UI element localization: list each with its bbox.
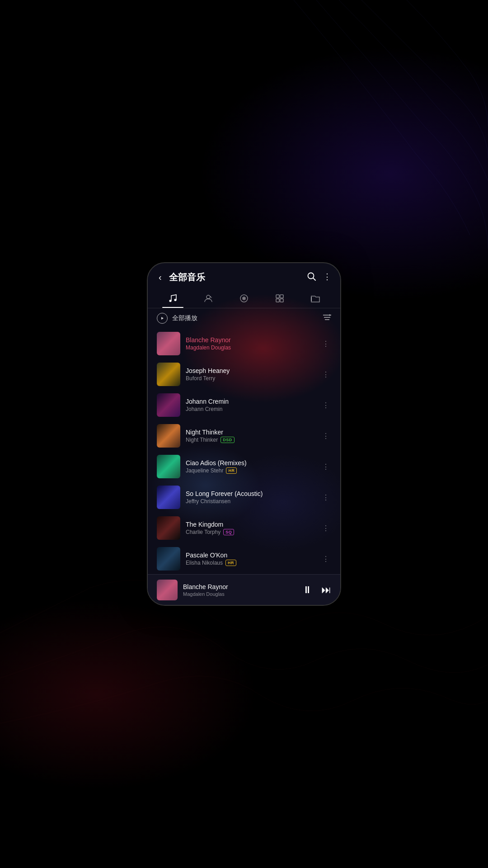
list-item[interactable]: So Long Forever (Acoustic) Jeffry Christ… (148, 482, 340, 513)
list-item[interactable]: Night Thinker Night Thinker DSD ⋮ (148, 420, 340, 451)
svg-line-1 (313, 278, 315, 280)
song-info: Night Thinker Night Thinker DSD (186, 429, 315, 443)
song-title: The Kingdom (186, 521, 315, 528)
song-thumb (157, 393, 180, 417)
now-playing-controls: ⏸ ⏭ (302, 584, 331, 596)
quality-badge: SQ (223, 529, 234, 535)
song-title: Joseph Heaney (186, 367, 315, 374)
tab-albums[interactable] (226, 290, 262, 308)
now-playing-title: Blanche Raynor (183, 583, 297, 590)
song-info: So Long Forever (Acoustic) Jeffry Christ… (186, 490, 315, 505)
song-more-button[interactable]: ⋮ (320, 428, 331, 444)
song-more-button[interactable]: ⋮ (320, 397, 331, 413)
more-menu-icon[interactable]: ⋮ (323, 272, 331, 283)
tab-artists[interactable] (191, 290, 226, 308)
svg-rect-11 (280, 299, 283, 302)
tab-songs[interactable] (155, 290, 191, 308)
header-actions: ⋮ (307, 272, 331, 283)
header: ‹ 全部音乐 ⋮ (148, 263, 340, 288)
svg-point-2 (169, 300, 172, 302)
quality-badge: HR (226, 467, 237, 474)
list-item[interactable]: The Kingdom Charlie Torphy SQ ⋮ (148, 513, 340, 543)
phone-device: ‹ 全部音乐 ⋮ (147, 262, 341, 606)
song-more-button[interactable]: ⋮ (320, 459, 331, 475)
song-thumb (157, 486, 180, 509)
svg-rect-10 (276, 299, 279, 302)
svg-marker-12 (161, 317, 164, 320)
song-title: Johann Cremin (186, 398, 315, 405)
tab-playlists[interactable] (262, 290, 297, 308)
filter-icon[interactable] (323, 314, 331, 322)
song-title: Night Thinker (186, 429, 315, 436)
pause-button[interactable]: ⏸ (302, 584, 312, 596)
song-list: Blanche Raynor Magdalen Douglas ⋮ Joseph… (148, 328, 340, 574)
now-playing-artist: Magdalen Douglas (183, 591, 297, 597)
tab-folders[interactable] (297, 290, 333, 308)
song-more-button[interactable]: ⋮ (320, 367, 331, 382)
song-artist: Elisha Nikolaus HR (186, 560, 315, 566)
song-title: Pascale O'Kon (186, 552, 315, 559)
now-playing-bar[interactable]: Blanche Raynor Magdalen Douglas ⏸ ⏭ (148, 574, 340, 605)
song-artist: Jeffry Christiansen (186, 498, 315, 505)
list-item[interactable]: Blanche Raynor Magdalen Douglas ⋮ (148, 328, 340, 359)
song-title: Ciao Adios (Remixes) (186, 459, 315, 467)
song-info: Pascale O'Kon Elisha Nikolaus HR (186, 552, 315, 566)
song-thumb (157, 547, 180, 571)
back-button[interactable]: ‹ (157, 270, 164, 284)
song-title: Blanche Raynor (186, 336, 315, 344)
now-playing-thumb (157, 580, 178, 600)
song-artist: Buford Terry (186, 375, 315, 382)
song-thumb (157, 332, 180, 355)
song-info: Joseph Heaney Buford Terry (186, 367, 315, 382)
list-item[interactable]: Pascale O'Kon Elisha Nikolaus HR ⋮ (148, 543, 340, 574)
play-all-button[interactable] (157, 313, 168, 324)
song-info: The Kingdom Charlie Torphy SQ (186, 521, 315, 535)
song-thumb (157, 516, 180, 540)
play-all-row: 全部播放 (148, 308, 340, 328)
svg-rect-8 (276, 295, 279, 298)
quality-badge: DSD (221, 437, 235, 443)
song-thumb (157, 424, 180, 448)
song-more-button[interactable]: ⋮ (320, 520, 331, 536)
song-info: Blanche Raynor Magdalen Douglas (186, 336, 315, 351)
song-info: Ciao Adios (Remixes) Jaqueline Stehr HR (186, 459, 315, 474)
song-title: So Long Forever (Acoustic) (186, 490, 315, 497)
song-more-button[interactable]: ⋮ (320, 490, 331, 505)
tab-bar (148, 288, 340, 308)
next-button[interactable]: ⏭ (321, 584, 331, 596)
list-item[interactable]: Joseph Heaney Buford Terry ⋮ (148, 359, 340, 390)
list-item[interactable]: Ciao Adios (Remixes) Jaqueline Stehr HR … (148, 451, 340, 482)
svg-rect-9 (280, 295, 283, 298)
play-all-label: 全部播放 (172, 314, 319, 322)
list-item[interactable]: Johann Cremin Johann Cremin ⋮ (148, 390, 340, 420)
song-artist: Charlie Torphy SQ (186, 529, 315, 535)
song-more-button[interactable]: ⋮ (320, 551, 331, 567)
song-more-button[interactable]: ⋮ (320, 336, 331, 352)
page-title: 全部音乐 (169, 271, 301, 283)
song-artist: Night Thinker DSD (186, 437, 315, 443)
svg-point-3 (174, 299, 177, 301)
song-thumb (157, 363, 180, 386)
song-artist: Johann Cremin (186, 406, 315, 412)
quality-badge: HR (225, 560, 236, 566)
song-artist: Magdalen Douglas (186, 344, 315, 351)
song-info: Johann Cremin Johann Cremin (186, 398, 315, 412)
svg-point-4 (206, 295, 210, 299)
search-icon[interactable] (307, 272, 316, 283)
now-playing-info: Blanche Raynor Magdalen Douglas (183, 583, 297, 597)
song-artist: Jaqueline Stehr HR (186, 467, 315, 474)
svg-point-7 (244, 298, 244, 299)
song-thumb (157, 455, 180, 478)
